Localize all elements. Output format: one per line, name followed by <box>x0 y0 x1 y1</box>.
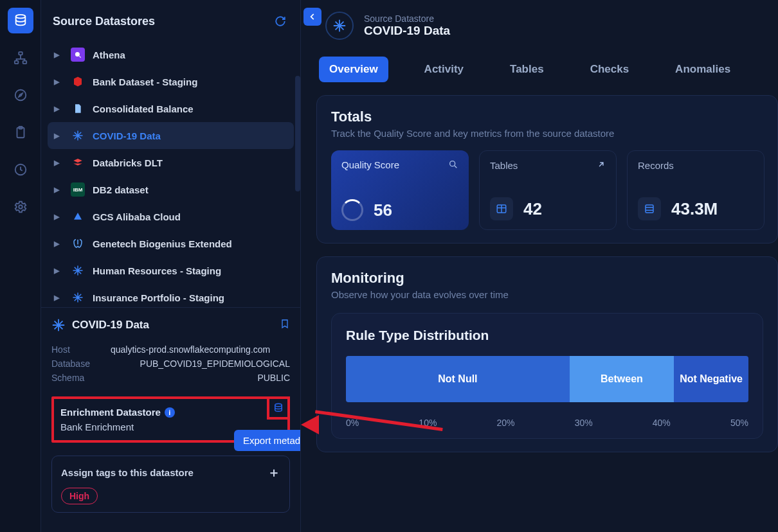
metric-value: 56 <box>374 200 392 220</box>
sidebar-item-covid[interactable]: ▶ COVID-19 Data <box>48 122 294 149</box>
nav-rail <box>0 0 41 532</box>
add-tag-button[interactable]: ＋ <box>267 464 280 481</box>
metric-label: Records <box>638 160 674 171</box>
metric-label: Tables <box>490 160 518 171</box>
enrichment-card: Enrichment Datastore i Bank Enrichment E… <box>51 396 290 443</box>
schema-value: PUBLIC <box>111 373 290 383</box>
sidebar-item-bank-dataset[interactable]: ▶ Bank Dataset - Staging <box>48 68 294 95</box>
svg-point-9 <box>19 205 23 209</box>
rule-type-chart: Rule Type Distribution Not NullBetweenNo… <box>331 313 763 439</box>
metric-records[interactable]: Records 43.3M <box>627 150 764 230</box>
svg-point-4 <box>15 90 26 101</box>
sidebar-item-genetech[interactable]: ▶ Genetech Biogenius Extended <box>48 230 294 257</box>
hierarchy-icon[interactable] <box>8 45 33 71</box>
svg-point-10 <box>75 52 80 57</box>
bar-segment: Between <box>570 356 674 402</box>
sidebar-item-insurance[interactable]: ▶ Insurance Portfolio - Staging <box>48 284 294 307</box>
sidebar-item-label: Bank Dataset - Staging <box>93 76 197 87</box>
spinner-icon <box>341 199 363 221</box>
sidebar: Source Datastores ▶ Athena ▶ Bank Datase… <box>41 0 301 532</box>
export-metadata-button[interactable] <box>267 396 290 420</box>
chevron-right-icon: ▶ <box>54 267 63 275</box>
tab-checks[interactable]: Checks <box>580 57 639 82</box>
databricks-icon <box>71 155 85 170</box>
snowflake-icon <box>71 263 85 278</box>
athena-icon <box>71 48 85 62</box>
source-icon <box>325 12 354 40</box>
sidebar-item-label: COVID-19 Data <box>93 130 161 141</box>
sidebar-item-athena[interactable]: ▶ Athena <box>48 41 294 68</box>
tab-anomalies[interactable]: Anomalies <box>665 57 741 82</box>
tab-overview[interactable]: Overview <box>319 57 388 82</box>
svg-point-12 <box>275 403 282 407</box>
snowflake-icon <box>71 129 85 143</box>
sidebar-item-hr[interactable]: ▶ Human Resources - Staging <box>48 257 294 284</box>
chevron-right-icon: ▶ <box>54 159 63 167</box>
sidebar-item-label: Databricks DLT <box>93 157 163 168</box>
refresh-icon[interactable] <box>272 13 289 30</box>
sidebar-title: Source Datastores <box>53 15 155 28</box>
host-value: qualytics-prod.snowflakecomputing.com <box>111 344 290 355</box>
bar-segment: Not Negative <box>674 356 748 402</box>
gcs-icon <box>71 209 85 224</box>
gear-icon[interactable] <box>8 194 33 220</box>
chart-bar: Not NullBetweenNot Negative <box>346 356 748 402</box>
axis-tick: 20% <box>496 418 514 428</box>
search-icon <box>448 159 458 172</box>
chevron-right-icon: ▶ <box>54 186 63 194</box>
collapse-sidebar-button[interactable] <box>303 8 321 26</box>
chevron-right-icon: ▶ <box>54 132 63 140</box>
totals-panel: Totals Track the Quality Score and key m… <box>316 95 778 244</box>
monitoring-title: Monitoring <box>331 270 763 287</box>
sidebar-item-label: Human Resources - Staging <box>93 265 221 276</box>
tab-tables[interactable]: Tables <box>500 57 554 82</box>
sidebar-item-label: Athena <box>93 49 125 60</box>
svg-point-0 <box>15 15 25 19</box>
host-label: Host <box>51 344 111 355</box>
sidebar-item-label: GCS Alibaba Cloud <box>93 211 181 222</box>
metric-tables[interactable]: Tables 42 <box>479 150 617 230</box>
scrollbar[interactable] <box>295 76 300 191</box>
postgres-icon <box>71 236 85 251</box>
datastores-icon[interactable] <box>8 8 33 33</box>
axis-tick: 40% <box>653 418 671 428</box>
sidebar-item-label: DB2 dataset <box>93 184 149 195</box>
export-tooltip: Export metadata <box>234 430 300 451</box>
svg-marker-5 <box>19 93 23 97</box>
clipboard-icon[interactable] <box>8 120 33 145</box>
sidebar-item-databricks[interactable]: ▶ Databricks DLT <box>48 149 294 176</box>
schema-label: Schema <box>51 373 111 383</box>
records-icon <box>638 197 661 220</box>
svg-marker-11 <box>74 213 82 220</box>
axis-tick: 50% <box>730 418 748 428</box>
svg-rect-15 <box>646 205 653 213</box>
svg-point-13 <box>450 161 455 166</box>
tags-label: Assign tags to this datastore <box>61 467 194 478</box>
clock-icon[interactable] <box>8 157 33 182</box>
sidebar-item-gcs[interactable]: ▶ GCS Alibaba Cloud <box>48 203 294 230</box>
compass-icon[interactable] <box>8 82 33 108</box>
datastore-list: ▶ Athena ▶ Bank Dataset - Staging ▶ Cons… <box>41 37 300 307</box>
chevron-right-icon: ▶ <box>54 105 63 113</box>
svg-rect-3 <box>23 61 26 64</box>
sidebar-item-consolidated[interactable]: ▶ Consolidated Balance <box>48 95 294 122</box>
monitoring-subtitle: Observe how your data evolves over time <box>331 289 763 300</box>
tab-activity[interactable]: Activity <box>414 57 474 82</box>
tabs: Overview Activity Tables Checks Anomalie… <box>319 57 778 82</box>
metric-label: Quality Score <box>341 159 399 170</box>
database-label: Database <box>51 359 111 369</box>
info-icon[interactable]: i <box>165 407 175 418</box>
tag-high[interactable]: High <box>61 488 98 504</box>
tags-card: Assign tags to this datastore ＋ High <box>51 456 290 513</box>
svg-rect-2 <box>14 61 18 64</box>
metric-value: 43.3M <box>671 199 718 219</box>
file-icon <box>71 102 85 116</box>
sidebar-item-label: Consolidated Balance <box>93 103 194 114</box>
totals-title: Totals <box>331 109 763 125</box>
table-icon <box>490 197 513 220</box>
chart-title: Rule Type Distribution <box>346 328 748 343</box>
sidebar-item-db2[interactable]: ▶ IBM DB2 dataset <box>48 176 294 203</box>
metric-quality-score[interactable]: Quality Score 56 <box>331 150 469 230</box>
totals-subtitle: Track the Quality Score and key metrics … <box>331 128 763 139</box>
bookmark-icon[interactable] <box>280 319 290 332</box>
